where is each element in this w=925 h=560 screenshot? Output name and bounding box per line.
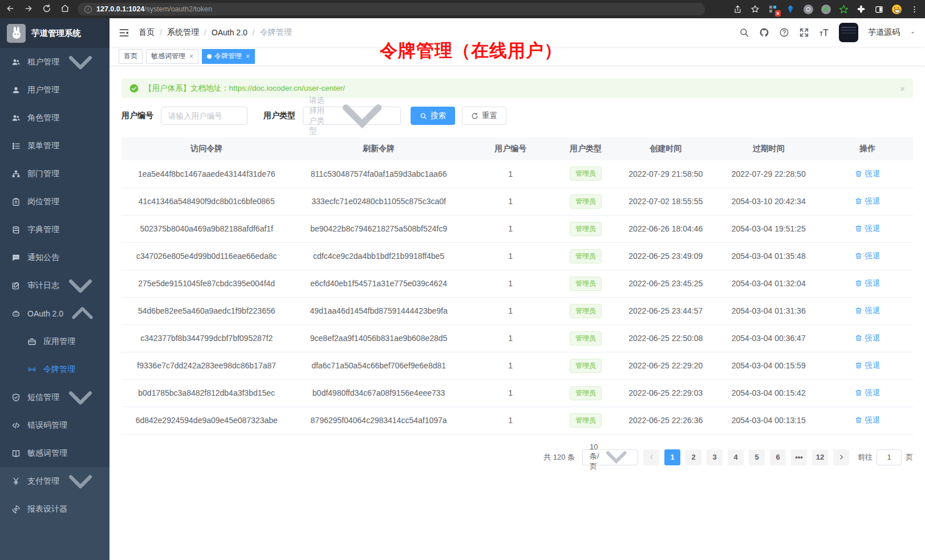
pinwheel-extension-icon[interactable]	[856, 4, 866, 14]
trash-icon	[855, 362, 862, 369]
goto-label: 前往	[858, 452, 873, 462]
user-type-badge: 管理员	[570, 386, 602, 400]
force-logout-button[interactable]: 强退	[855, 196, 880, 206]
site-info-icon[interactable]: i	[84, 6, 92, 13]
page-button-12[interactable]: 12	[812, 449, 828, 465]
sidebar-item-3[interactable]: 菜单管理	[0, 132, 109, 160]
kebab-menu-icon[interactable]	[909, 4, 919, 14]
force-logout-button[interactable]: 强退	[855, 306, 880, 316]
breadcrumb-item-0[interactable]: 首页	[139, 27, 155, 38]
refresh-token-cell: 9ce8ef2aa9f14056b831ae9b608e28d5	[291, 324, 465, 352]
user-id-input[interactable]	[161, 107, 248, 125]
reload-icon[interactable]	[42, 4, 51, 15]
record-extension-icon[interactable]	[821, 4, 831, 14]
fullscreen-icon[interactable]	[799, 27, 809, 38]
panel-extension-icon[interactable]	[874, 4, 884, 14]
font-size-icon[interactable]	[819, 27, 829, 38]
user-type-badge: 管理员	[570, 249, 602, 263]
table-row-1: 41c41346a548490f9dc8b01c6bfe0865 333ecfc…	[121, 188, 913, 215]
sidebar-item-6[interactable]: 字典管理	[0, 216, 109, 244]
user-type-badge: 管理员	[570, 222, 602, 236]
help-icon[interactable]	[779, 27, 789, 38]
home-icon[interactable]	[60, 4, 70, 15]
tab-close-icon[interactable]: ×	[246, 52, 250, 60]
sidebar-item-13[interactable]: 错误码管理	[0, 411, 109, 439]
trash-icon	[855, 170, 862, 177]
user-id-cell: 1	[466, 379, 555, 407]
filter-bar: 用户编号 用户类型 请选择用户类型 搜索 重置	[121, 107, 913, 125]
back-icon[interactable]	[6, 4, 15, 15]
sidebar-item-12[interactable]: 短信管理	[0, 383, 109, 411]
page-button-•••[interactable]: •••	[791, 449, 807, 465]
expire-time-cell: 2054-03-04 00:13:15	[715, 407, 822, 434]
page-button-6[interactable]: 6	[770, 449, 786, 465]
blocks-extension-icon[interactable]: 9	[768, 4, 778, 14]
command-extension-icon[interactable]	[803, 4, 813, 14]
sidebar-item-5[interactable]: 岗位管理	[0, 188, 109, 216]
access-token-cell: c342377bf8b344799dcbf7bf095287f2	[121, 324, 291, 352]
sidebar-toggle-icon[interactable]	[119, 27, 129, 38]
browser-right-icons: 9	[732, 4, 919, 14]
sidebar-item-4[interactable]: 部门管理	[0, 160, 109, 188]
user-type-badge: 管理员	[570, 194, 602, 209]
sidebar-item-15[interactable]: 支付管理	[0, 467, 109, 495]
share-icon[interactable]	[732, 4, 743, 14]
sidebar-item-10[interactable]: 应用管理	[0, 327, 109, 355]
next-page-button[interactable]	[833, 449, 849, 465]
sidebar-item-2[interactable]: 角色管理	[0, 104, 109, 132]
force-logout-button[interactable]: 强退	[855, 388, 880, 398]
force-logout-button[interactable]: 强退	[855, 251, 880, 261]
star-icon[interactable]	[750, 4, 760, 14]
goto-page-input[interactable]	[877, 449, 902, 465]
user-type-cell: 管理员	[555, 160, 616, 188]
breadcrumb-item-2[interactable]: OAuth 2.0	[212, 28, 248, 37]
page-button-1[interactable]: 1	[664, 449, 680, 465]
sidebar-item-0[interactable]: 租户管理	[0, 48, 109, 76]
sidebar-item-16[interactable]: 报表设计器	[0, 495, 109, 523]
page-button-2[interactable]: 2	[685, 449, 701, 465]
breadcrumb-item-1[interactable]: 系统管理	[167, 27, 199, 38]
page-button-3[interactable]: 3	[707, 449, 723, 465]
force-logout-button[interactable]: 强退	[855, 360, 880, 371]
github-icon[interactable]	[759, 27, 769, 38]
alert-close-icon[interactable]: ×	[900, 84, 905, 94]
sidebar-item-label: 敏感词管理	[27, 448, 67, 458]
navbar-actions: 芋道源码	[739, 23, 916, 42]
search-icon[interactable]	[739, 27, 749, 38]
force-logout-button[interactable]: 强退	[855, 415, 880, 425]
gem-extension-icon[interactable]	[785, 4, 796, 14]
tab-close-icon[interactable]: ×	[189, 52, 193, 60]
created-time-cell: 2022-06-25 22:50:08	[616, 324, 715, 352]
search-button[interactable]: 搜索	[411, 107, 455, 125]
user-type-select[interactable]: 请选择用户类型	[303, 107, 401, 125]
sidebar-item-9[interactable]: OAuth 2.0	[0, 299, 109, 327]
force-logout-button[interactable]: 强退	[855, 169, 880, 179]
trash-icon	[855, 416, 862, 424]
action-cell: 强退	[822, 352, 913, 379]
user-id-cell: 1	[466, 297, 555, 324]
force-logout-button[interactable]: 强退	[855, 278, 880, 289]
prev-page-button[interactable]	[643, 449, 659, 465]
reset-button[interactable]: 重置	[462, 107, 506, 125]
sidebar-item-label: 角色管理	[27, 113, 59, 123]
page-button-5[interactable]: 5	[749, 449, 765, 465]
force-logout-button[interactable]: 强退	[855, 333, 880, 343]
tab-0[interactable]: 首页	[119, 49, 143, 64]
green-star-extension-icon[interactable]	[838, 4, 849, 14]
address-bar[interactable]: i 127.0.0.1:1024/system/oauth2/token	[78, 3, 705, 15]
page-button-4[interactable]: 4	[728, 449, 744, 465]
tab-2[interactable]: 令牌管理 ×	[202, 49, 255, 64]
emoji-extension-icon[interactable]	[891, 4, 902, 14]
page-content: 【用户体系】文档地址：https://doc.iocoder.cn/user-c…	[109, 66, 925, 560]
page-size-select[interactable]: 10条/页	[582, 449, 638, 465]
alert-doc-link[interactable]: https://doc.iocoder.cn/user-center/	[229, 84, 345, 92]
action-cell: 强退	[822, 215, 913, 242]
sidebar-item-1[interactable]: 用户管理	[0, 76, 109, 104]
user-avatar[interactable]	[839, 23, 858, 42]
forward-icon[interactable]	[24, 4, 33, 15]
caret-down-icon[interactable]	[910, 30, 916, 36]
action-cell: 强退	[822, 297, 913, 324]
tab-1[interactable]: 敏感词管理 ×	[146, 49, 198, 64]
action-cell: 强退	[822, 242, 913, 270]
force-logout-button[interactable]: 强退	[855, 224, 880, 234]
